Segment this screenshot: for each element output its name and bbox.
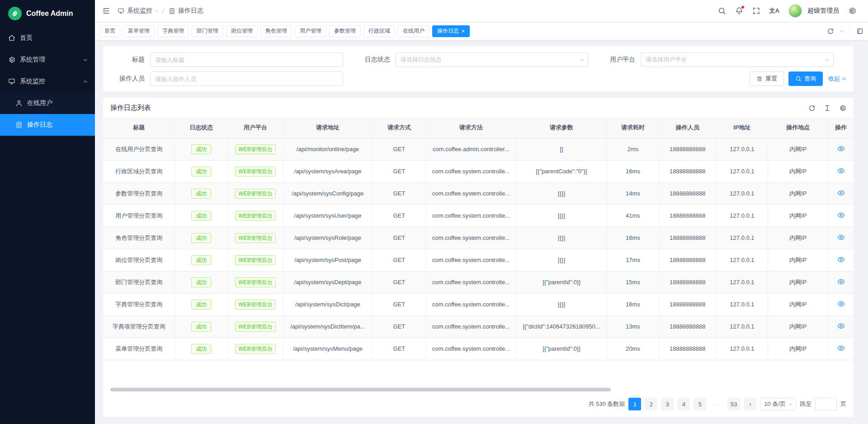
breadcrumb-item-monitor[interactable]: 系统监控 bbox=[118, 7, 158, 15]
sidebar-item-online-users[interactable]: 在线用户 bbox=[0, 92, 95, 114]
tab[interactable]: 操作日志 × bbox=[432, 25, 470, 37]
filter-platform-label: 用户平台 bbox=[601, 56, 641, 64]
app-logo[interactable]: Coffee Admin bbox=[0, 0, 95, 27]
tab[interactable]: 菜单管理 × bbox=[123, 25, 155, 37]
table-row[interactable]: 用户管理分页查询 成功 WEB管理后台 /api/system/sysUser/… bbox=[103, 205, 854, 227]
cell-status: 成功 bbox=[175, 249, 228, 271]
cell-location: 内网IP bbox=[768, 293, 828, 315]
page-size-select[interactable]: 10 条/页 bbox=[760, 398, 796, 410]
column-header: 标题 bbox=[103, 117, 175, 138]
breadcrumb-item-operation-log[interactable]: 操作日志 bbox=[169, 7, 203, 15]
sidebar-item-system-mgmt[interactable]: 系统管理 bbox=[0, 49, 95, 71]
page-button[interactable]: 3 bbox=[661, 398, 674, 410]
cell-request-function: com.coffee.system.controlle... bbox=[426, 271, 516, 293]
view-detail-button[interactable] bbox=[837, 344, 845, 352]
filter-log-status: 日志状态 请选择日志状态 bbox=[356, 52, 601, 67]
tab-label: 参数管理 bbox=[334, 27, 356, 35]
reset-button[interactable]: 重置 bbox=[750, 71, 784, 86]
cell-actions bbox=[828, 205, 854, 227]
tab-label: 操作日志 bbox=[437, 27, 459, 35]
current-user-name[interactable]: 超级管理员 bbox=[807, 7, 839, 15]
table-header-row: 标题日志状态用户平台请求地址请求方式请求方法请求参数请求耗时操作人员IP地址操作… bbox=[103, 117, 854, 138]
scrollbar-thumb[interactable] bbox=[110, 388, 611, 391]
title-input[interactable] bbox=[150, 52, 343, 67]
table-row[interactable]: 角色管理分页查询 成功 WEB管理后台 /api/system/sysRole/… bbox=[103, 227, 854, 249]
view-detail-button[interactable] bbox=[837, 233, 845, 241]
table-row[interactable]: 参数管理分页查询 成功 WEB管理后台 /api/system/sysConfi… bbox=[103, 182, 854, 205]
page-button[interactable]: 1 bbox=[628, 398, 641, 410]
view-detail-button[interactable] bbox=[837, 256, 845, 263]
page-button[interactable]: ··· bbox=[710, 398, 724, 410]
cell-status: 成功 bbox=[175, 293, 228, 315]
cell-title: 行政区域分页查询 bbox=[103, 160, 175, 182]
expand-content-button[interactable] bbox=[856, 28, 863, 35]
tab[interactable]: 在线用户 × bbox=[398, 25, 429, 37]
view-detail-button[interactable] bbox=[837, 278, 845, 286]
status-badge: 成功 bbox=[191, 189, 211, 199]
tab-label: 岗位管理 bbox=[231, 27, 253, 35]
column-header: 用户平台 bbox=[228, 117, 283, 138]
sidebar-item-label: 操作日志 bbox=[27, 121, 52, 129]
user-platform-select[interactable]: 请选择用户平台 bbox=[641, 52, 834, 67]
refresh-tab-button[interactable] bbox=[827, 28, 834, 35]
next-page-button[interactable]: › bbox=[744, 398, 756, 410]
tab-label: 用户管理 bbox=[300, 27, 321, 35]
view-detail-button[interactable] bbox=[837, 300, 845, 308]
collapse-filters-button[interactable]: 收起 bbox=[827, 71, 846, 86]
sidebar-item-home[interactable]: 首页 bbox=[0, 27, 95, 49]
page-button[interactable]: 5 bbox=[693, 398, 706, 410]
view-detail-button[interactable] bbox=[837, 322, 845, 330]
eye-icon bbox=[837, 167, 845, 175]
main-area: 系统监控 / 操作日志 bbox=[95, 0, 868, 424]
log-status-select[interactable]: 请选择日志状态 bbox=[396, 52, 589, 67]
trash-icon bbox=[756, 76, 763, 82]
cell-duration: 41ms bbox=[607, 205, 659, 227]
row-height-icon[interactable] bbox=[824, 105, 831, 112]
sidebar-item-system-monitor[interactable]: 系统监控 bbox=[0, 71, 95, 92]
page-button[interactable]: 4 bbox=[677, 398, 690, 410]
tab[interactable]: 角色管理 × bbox=[260, 25, 292, 37]
cell-duration: 20ms bbox=[607, 338, 659, 360]
table-row[interactable]: 行政区域分页查询 成功 WEB管理后台 /api/system/sysArea/… bbox=[103, 160, 854, 182]
tab[interactable]: 首页 × bbox=[99, 25, 120, 37]
tab[interactable]: 字典管理 × bbox=[157, 25, 189, 37]
tab[interactable]: 岗位管理 × bbox=[226, 25, 258, 37]
platform-badge: WEB管理后台 bbox=[235, 255, 275, 265]
table-row[interactable]: 部门管理分页查询 成功 WEB管理后台 /api/system/sysDept/… bbox=[103, 271, 854, 293]
search-button[interactable] bbox=[718, 7, 726, 15]
tab[interactable]: 参数管理 × bbox=[329, 25, 361, 37]
tab[interactable]: 部门管理 × bbox=[192, 25, 223, 37]
table-row[interactable]: 菜单管理分页查询 成功 WEB管理后台 /api/system/sysMenu/… bbox=[103, 338, 854, 360]
settings-button[interactable] bbox=[848, 7, 856, 15]
table-row[interactable]: 在线用户分页查询 成功 WEB管理后台 /api/monitor/online/… bbox=[103, 138, 854, 160]
table-row[interactable]: 字典项管理分页查询 成功 WEB管理后台 /api/system/sysDict… bbox=[103, 315, 854, 338]
page-button[interactable]: 2 bbox=[645, 398, 657, 410]
query-button[interactable]: 查询 bbox=[788, 71, 823, 86]
menu-fold-button[interactable] bbox=[102, 7, 110, 15]
tab-close-icon[interactable]: × bbox=[462, 29, 465, 34]
page-button[interactable]: 53 bbox=[727, 398, 740, 410]
platform-badge: WEB管理后台 bbox=[235, 233, 275, 243]
tab[interactable]: 用户管理 × bbox=[295, 25, 326, 37]
horizontal-scrollbar[interactable] bbox=[110, 388, 846, 391]
table-row[interactable]: 字典管理分页查询 成功 WEB管理后台 /api/system/sysDict/… bbox=[103, 293, 854, 315]
refresh-icon[interactable] bbox=[808, 105, 816, 112]
column-settings-icon[interactable] bbox=[839, 105, 846, 112]
view-detail-button[interactable] bbox=[837, 145, 845, 152]
sidebar-item-operation-log[interactable]: 操作日志 bbox=[0, 114, 95, 136]
notification-button[interactable] bbox=[735, 7, 743, 15]
tab-label: 菜单管理 bbox=[128, 27, 150, 35]
jump-page-input[interactable] bbox=[815, 398, 837, 410]
cell-location: 内网IP bbox=[768, 338, 828, 360]
view-detail-button[interactable] bbox=[837, 211, 845, 219]
cell-request-function: com.coffee.system.controlle... bbox=[426, 205, 516, 227]
view-detail-button[interactable] bbox=[837, 189, 845, 197]
view-detail-button[interactable] bbox=[837, 167, 845, 175]
language-button[interactable]: 文A bbox=[769, 7, 779, 15]
tab-options-button[interactable] bbox=[840, 30, 843, 32]
avatar[interactable] bbox=[788, 4, 802, 18]
tab[interactable]: 行政区域 × bbox=[363, 25, 395, 37]
table-row[interactable]: 岗位管理分页查询 成功 WEB管理后台 /api/system/sysPost/… bbox=[103, 249, 854, 271]
fullscreen-button[interactable] bbox=[752, 7, 760, 15]
operator-input[interactable] bbox=[150, 71, 343, 86]
